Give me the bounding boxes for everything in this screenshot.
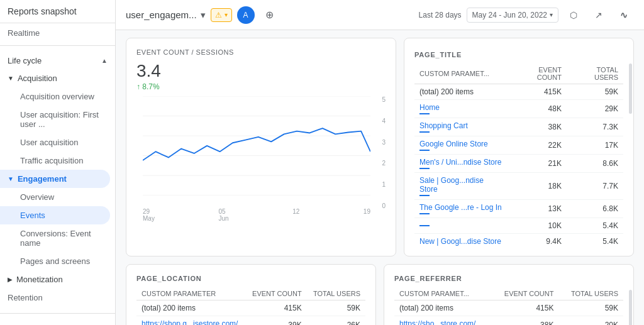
chart-svg — [143, 96, 370, 196]
events-cell: 415K — [492, 300, 559, 316]
ref-table-header: CUSTOM PARAMET... EVENT COUNT TOTAL USER… — [394, 287, 623, 300]
x-label-12: 12 — [292, 208, 299, 222]
param-link[interactable]: https://shop.g...isestore.com/ — [142, 319, 238, 325]
events-cell: 13K — [508, 200, 567, 218]
table-row: (total) 200 items415K59K — [414, 84, 623, 100]
sidebar-item-events[interactable]: Events — [0, 206, 110, 224]
title-dropdown-icon[interactable]: ▾ — [201, 9, 206, 21]
x-label-19: 19 — [364, 208, 370, 222]
user-section: User ▲ ▶ Demographics — [0, 316, 115, 325]
sidebar-item-conversions[interactable]: Conversions: Event name — [0, 224, 115, 252]
table-header: CUSTOM PARAMET... EVENT COUNT TOTAL USER… — [414, 63, 623, 84]
sidebar-item-traffic-acquisition[interactable]: Traffic acquisition — [0, 151, 115, 170]
sidebar-item-acquisition-overview[interactable]: Acquisition overview — [0, 87, 115, 106]
param-link[interactable]: Google Online Store — [419, 140, 488, 148]
param-link[interactable]: Shopping Cart — [419, 121, 468, 130]
page-location-card: PAGE_LOCATION CUSTOM PARAMETER EVENT COU… — [126, 264, 376, 325]
table-row: Home48K29K — [414, 100, 623, 118]
param-cell: https://sho...store.com/ — [394, 316, 492, 326]
engagement-label: Engagement — [18, 174, 67, 184]
table-row: Sale | Goog...ndise Store18K7.7K — [414, 173, 623, 200]
sidebar-item-monetization[interactable]: ▶ Monetization — [0, 270, 115, 289]
page-location-table: CUSTOM PARAMETER EVENT COUNT TOTAL USERS… — [136, 287, 365, 325]
topbar-title: user_engagem... ▾ — [126, 9, 206, 21]
param-link[interactable]: https://sho...store.com/ — [399, 319, 475, 325]
topbar-right: Last 28 days May 24 - Jun 20, 2022 ▾ ⬡ ↗… — [419, 5, 634, 25]
page-title-table-scroll[interactable]: CUSTOM PARAMET... EVENT COUNT TOTAL USER… — [414, 63, 623, 246]
param-cell — [414, 218, 508, 234]
y-label-3: 3 — [373, 139, 386, 146]
page-referrer-card: PAGE_REFERRER CUSTOM PARAMET... EVENT CO… — [384, 264, 634, 325]
compare-button[interactable]: ∿ — [614, 5, 634, 25]
chart-title: EVENT COUNT / SESSIONS — [136, 48, 386, 56]
events-cell: 9.4K — [508, 234, 567, 246]
param-link[interactable]: New | Googl...dise Store — [419, 237, 501, 246]
loc-col-users: TOTAL USERS — [307, 287, 365, 300]
users-cell: 7.7K — [567, 173, 623, 200]
add-button[interactable]: ⊕ — [260, 5, 280, 25]
events-cell: 39K — [246, 316, 307, 326]
events-cell: 21K — [508, 155, 567, 173]
add-icon: ⊕ — [265, 9, 274, 21]
metric-change: ↑ 8.7% — [136, 82, 386, 91]
ref-col-param: CUSTOM PARAMET... — [394, 287, 492, 300]
sidebar-item-acquisition[interactable]: ▼ Acquisition — [0, 69, 115, 87]
y-label-4: 4 — [373, 118, 386, 124]
topbar: user_engagem... ▾ ⚠ ▾ A ⊕ Last 28 days M… — [116, 0, 644, 30]
export-icon: ⬡ — [570, 10, 577, 20]
sidebar-item-pages-screens[interactable]: Pages and screens — [0, 252, 115, 270]
col-users: TOTAL USERS — [567, 63, 623, 84]
sidebar-item-overview[interactable]: Overview — [0, 188, 115, 206]
sidebar-item-retention[interactable]: Retention — [0, 289, 115, 307]
param-cell: Sale | Goog...ndise Store — [414, 173, 508, 200]
param-cell: Men's / Uni...ndise Store — [414, 155, 508, 173]
table-row: Men's / Uni...ndise Store21K8.6K — [414, 155, 623, 173]
table-row: The Google ...re - Log In13K6.8K — [414, 200, 623, 218]
param-link[interactable]: Home — [419, 103, 440, 112]
events-cell: 48K — [508, 100, 567, 118]
events-cell: 22K — [508, 136, 567, 155]
monetization-chevron: ▶ — [8, 276, 13, 283]
param-link[interactable]: The Google ...re - Log In — [419, 203, 502, 212]
warning-chevron: ▾ — [225, 11, 228, 18]
loc-col-param: CUSTOM PARAMETER — [136, 287, 246, 300]
date-prefix: Last 28 days — [419, 11, 462, 19]
sidebar-item-user-acquisition-first[interactable]: User acquisition: First user ... — [0, 106, 115, 133]
users-cell: 7.3K — [567, 118, 623, 136]
loc-table-header: CUSTOM PARAMETER EVENT COUNT TOTAL USERS — [136, 287, 365, 300]
param-cell: (total) 200 items — [136, 300, 246, 316]
user-header[interactable]: User ▲ — [0, 320, 115, 325]
param-cell: The Google ...re - Log In — [414, 200, 508, 218]
events-cell: 415K — [246, 300, 307, 316]
param-cell: Shopping Cart — [414, 118, 508, 136]
table-row: Shopping Cart38K7.3K — [414, 118, 623, 136]
share-button[interactable]: ↗ — [589, 5, 609, 25]
lifecycle-label: Life cycle — [8, 56, 42, 65]
x-label-may29: 29May — [143, 208, 155, 222]
chart-y-labels: 5 4 3 2 1 0 — [373, 96, 386, 209]
page-title-table: CUSTOM PARAMET... EVENT COUNT TOTAL USER… — [414, 63, 623, 246]
param-link[interactable]: Men's / Uni...ndise Store — [419, 158, 501, 167]
page-title-tbody: (total) 200 items415K59KHome48K29KShoppi… — [414, 84, 623, 246]
x-label-jun05: 05Jun — [218, 208, 228, 222]
monetization-label: Monetization — [16, 275, 63, 284]
sidebar-item-user-acquisition[interactable]: User acquisition — [0, 133, 115, 151]
lifecycle-header[interactable]: Life cycle ▲ — [0, 52, 115, 69]
events-cell: 415K — [508, 84, 567, 100]
sidebar-item-engagement[interactable]: ▼ Engagement — [0, 170, 110, 188]
avatar: A — [237, 6, 255, 24]
table-row: New | Googl...dise Store9.4K5.4K — [414, 234, 623, 246]
export-button[interactable]: ⬡ — [564, 5, 584, 25]
content-area: EVENT COUNT / SESSIONS 3.4 ↑ 8.7% 5 4 3 … — [116, 30, 644, 325]
param-cell: (total) 200 items — [414, 84, 508, 100]
date-range-picker[interactable]: May 24 - Jun 20, 2022 ▾ — [467, 8, 558, 23]
chart-x-labels: 29May 05Jun 12 19 — [143, 208, 370, 222]
param-link[interactable]: Sale | Goog...ndise Store — [419, 176, 484, 194]
warning-badge[interactable]: ⚠ ▾ — [211, 8, 232, 22]
param-cell: Google Online Store — [414, 136, 508, 155]
chart-card: EVENT COUNT / SESSIONS 3.4 ↑ 8.7% 5 4 3 … — [126, 38, 396, 256]
users-cell: 59K — [558, 300, 623, 316]
acquisition-label: Acquisition — [18, 74, 57, 83]
ref-col-users: TOTAL USERS — [558, 287, 623, 300]
sidebar-realtime[interactable]: Realtime — [0, 23, 115, 43]
